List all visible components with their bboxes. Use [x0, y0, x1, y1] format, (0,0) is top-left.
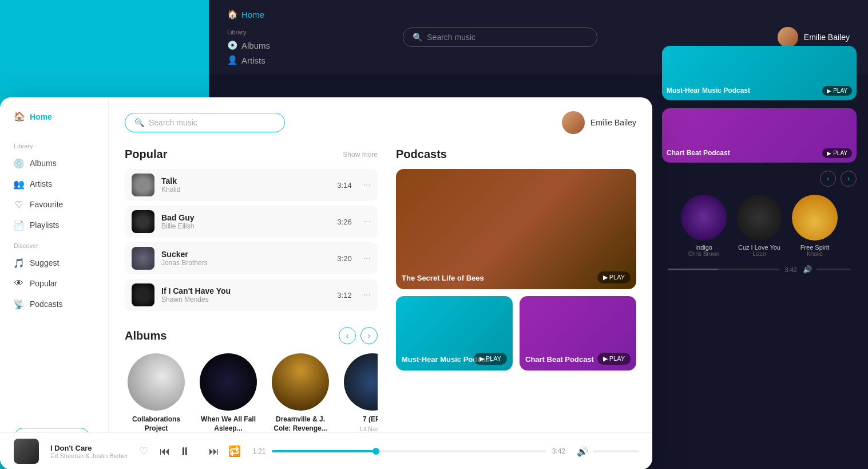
- player-controls: ⏮ ⏸ ⏭ 🔁: [160, 441, 241, 462]
- progress-bar[interactable]: [272, 450, 546, 452]
- sidebar-item-favourite[interactable]: ♡ Favourite: [0, 194, 108, 215]
- sidebar-item-popular[interactable]: 👁 Popular: [0, 273, 108, 294]
- rp-album-cover-1: [736, 195, 782, 241]
- rp-progress-fill: [668, 269, 718, 270]
- card-user: Emilie Bailey: [562, 111, 636, 134]
- show-more-popular[interactable]: Show more: [343, 151, 378, 159]
- rp-progress-bar[interactable]: [668, 269, 779, 270]
- sidebar-item-albums[interactable]: 💿 Albums: [0, 153, 108, 174]
- favourite-button[interactable]: ♡: [139, 445, 148, 458]
- track-thumb-1: [132, 210, 154, 233]
- player-artist: Ed Sheeran & Justin Bieber: [50, 452, 128, 459]
- popular-title: Popular: [125, 148, 167, 161]
- track-artist-1: Billie Eilish: [161, 222, 330, 230]
- bg-nav-home[interactable]: 🏠 Home: [227, 9, 307, 19]
- bg-search-box[interactable]: 🔍 Search music: [403, 27, 597, 47]
- skip-back-button[interactable]: ⏮: [160, 446, 170, 458]
- track-menu-1[interactable]: ···: [363, 216, 371, 227]
- rp-nav: ‹ ›: [662, 171, 857, 187]
- track-menu-3[interactable]: ···: [363, 290, 371, 300]
- rp-podcast-chartbeat: Chart Beat Podcast ▶ PLAY: [662, 108, 857, 163]
- podcast-small-play-0[interactable]: ▶ PLAY: [474, 353, 507, 365]
- rp-play-musthear-button[interactable]: ▶ PLAY: [822, 86, 852, 96]
- track-menu-0[interactable]: ···: [363, 180, 371, 190]
- repeat-button[interactable]: 🔁: [228, 445, 241, 458]
- albums-prev-button[interactable]: ‹: [339, 327, 356, 344]
- podcast-small-1[interactable]: Chart Beat Podcast ▶ PLAY: [520, 296, 636, 371]
- player-thumb: [14, 439, 39, 464]
- albums-section: Albums ‹ › Collaborations Project Ed She…: [125, 327, 378, 441]
- track-thumb-3: [132, 283, 154, 306]
- rp-progress: 3:42 🔊: [662, 265, 857, 274]
- podcast-large[interactable]: The Secret Life of Bees ▶ PLAY: [396, 169, 636, 289]
- sidebar-discover-label: Discover: [0, 235, 108, 253]
- two-col-layout: Popular Show more Talk Khalid 3:14 ···: [125, 148, 636, 441]
- albums-next-button[interactable]: ›: [360, 327, 378, 344]
- rp-next-button[interactable]: ›: [841, 171, 857, 187]
- sidebar-logo: 🏠 Home: [0, 111, 108, 136]
- track-menu-2[interactable]: ···: [363, 253, 371, 263]
- rp-album-name-0: Indigo: [680, 244, 728, 251]
- sidebar-library-label: Library: [0, 136, 108, 153]
- album-item-1[interactable]: When We All Fall Asleep... Billie Eilish: [197, 353, 260, 441]
- track-row-1[interactable]: Bad Guy Billie Eilish 3:26 ···: [125, 206, 378, 238]
- volume-bar[interactable]: [593, 450, 639, 452]
- bg-nav-albums[interactable]: 💿 Albums: [227, 40, 307, 50]
- track-info-2: Sucker Jonas Brothers: [161, 250, 330, 267]
- podcast-large-play-button[interactable]: ▶ PLAY: [597, 271, 631, 283]
- album-cover-1: [200, 353, 257, 411]
- sidebar-item-home[interactable]: Home: [30, 112, 52, 121]
- sidebar-artists-text: Artists: [30, 179, 52, 188]
- progress-area: 1:21 3:42: [252, 447, 565, 455]
- album-item-0[interactable]: Collaborations Project Ed Sheeran: [125, 353, 188, 441]
- sidebar-item-podcasts[interactable]: 📡 Podcasts: [0, 294, 108, 314]
- sidebar-favourite-text: Favourite: [30, 200, 63, 209]
- track-name-1: Bad Guy: [161, 213, 330, 222]
- track-name-0: Talk: [161, 176, 330, 186]
- sidebar-playlists-text: Playlists: [30, 220, 59, 230]
- sidebar-item-playlists[interactable]: 📄 Playlists: [0, 215, 108, 235]
- sidebar-item-suggest[interactable]: 🎵 Suggest: [0, 253, 108, 273]
- sidebar-popular-text: Popular: [30, 279, 57, 288]
- search-placeholder: Search music: [149, 118, 197, 127]
- album-item-3[interactable]: 7 (EP) Lil Nas X: [341, 353, 378, 441]
- album-name-2: Dreamville & J. Cole: Revenge...: [269, 415, 332, 433]
- main-card: 🏠 Home Library 💿 Albums 👥 Artists ♡ Favo…: [0, 97, 652, 469]
- rp-prev-button[interactable]: ‹: [820, 171, 836, 187]
- album-name-0: Collaborations Project: [125, 415, 188, 433]
- sidebar-suggest-text: Suggest: [30, 258, 59, 267]
- playlist-icon: 📄: [14, 220, 24, 230]
- rp-play-chartbeat-button[interactable]: ▶ PLAY: [822, 148, 852, 158]
- current-time: 1:21: [252, 447, 265, 455]
- skip-forward-button[interactable]: ⏭: [209, 446, 219, 458]
- sidebar-item-artists[interactable]: 👥 Artists: [0, 174, 108, 194]
- podcast-small-play-1[interactable]: ▶ PLAY: [597, 353, 631, 365]
- track-duration-2: 3:20: [337, 254, 351, 263]
- track-row-0[interactable]: Talk Khalid 3:14 ···: [125, 169, 378, 201]
- track-info-1: Bad Guy Billie Eilish: [161, 213, 330, 230]
- card-search[interactable]: 🔍 Search music: [125, 113, 285, 132]
- track-row-2[interactable]: Sucker Jonas Brothers 3:20 ···: [125, 242, 378, 274]
- sidebar-podcasts-text: Podcasts: [30, 299, 63, 309]
- user-name: Emilie Bailey: [590, 118, 636, 127]
- track-row-3[interactable]: If I Can't Have You Shawn Mendes 3:12 ··…: [125, 279, 378, 311]
- player-bar: I Don't Care Ed Sheeran & Justin Bieber …: [0, 432, 652, 469]
- podcast-small-label-1: Chart Beat Podcast: [525, 355, 594, 365]
- bg-nav-artists[interactable]: 👤 Artists: [227, 55, 307, 65]
- rp-album-artist-0: Chris Brown: [680, 251, 728, 257]
- volume-area: 🔊: [577, 446, 639, 457]
- album-item-2[interactable]: Dreamville & J. Cole: Revenge... Various…: [269, 353, 332, 441]
- podcast-large-label: The Secret Life of Bees: [402, 274, 484, 283]
- rp-album-name-2: Free Spirit: [791, 244, 839, 251]
- play-pause-button[interactable]: ⏸: [179, 441, 200, 462]
- track-artist-3: Shawn Mendes: [161, 295, 330, 304]
- podcast-small-grid: Must-Hear Music Podcast ▶ PLAY Chart Bea…: [396, 296, 636, 371]
- album-cover-2: [272, 353, 329, 411]
- podcast-small-0[interactable]: Must-Hear Music Podcast ▶ PLAY: [396, 296, 513, 371]
- rp-podcast-musthear-label: Must-Hear Music Podcast: [667, 86, 750, 96]
- rp-vol-bar[interactable]: [817, 269, 851, 270]
- suggest-icon: 🎵: [14, 258, 24, 268]
- track-duration-0: 3:14: [337, 181, 351, 190]
- podcast-icon: 📡: [14, 299, 24, 309]
- right-col: Podcasts The Secret Life of Bees ▶ PLAY …: [396, 148, 636, 441]
